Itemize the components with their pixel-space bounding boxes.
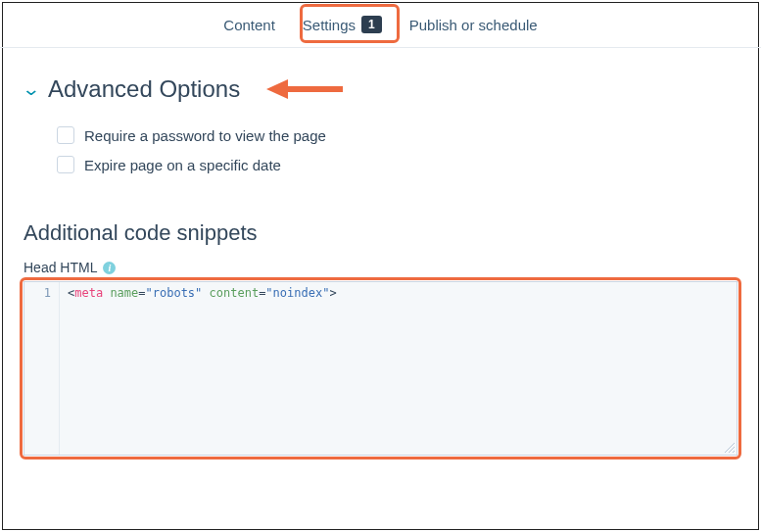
editor-body[interactable]: <meta name="robots" content="noindex">	[60, 282, 737, 455]
advanced-options-title: Advanced Options	[48, 75, 240, 103]
annotation-arrow-icon	[266, 77, 345, 101]
tab-publish[interactable]: Publish or schedule	[409, 17, 538, 33]
editor-gutter: 1	[24, 282, 60, 455]
head-html-editor-wrap: 1 <meta name="robots" content="noindex">	[24, 281, 737, 456]
tab-settings-label: Settings	[303, 17, 356, 33]
line-number: 1	[24, 286, 51, 300]
tab-content[interactable]: Content	[223, 17, 275, 33]
resize-handle-icon[interactable]	[723, 441, 735, 453]
svg-marker-1	[266, 79, 288, 99]
tab-settings[interactable]: Settings 1	[303, 16, 382, 33]
settings-badge: 1	[361, 16, 382, 33]
svg-line-4	[733, 451, 735, 453]
chevron-down-icon: ⌄	[22, 78, 41, 100]
head-html-editor[interactable]: 1 <meta name="robots" content="noindex">	[24, 281, 737, 456]
advanced-options-toggle[interactable]: ⌄ Advanced Options	[24, 75, 737, 103]
tabs-bar: Content Settings 1 Publish or schedule	[0, 0, 761, 48]
